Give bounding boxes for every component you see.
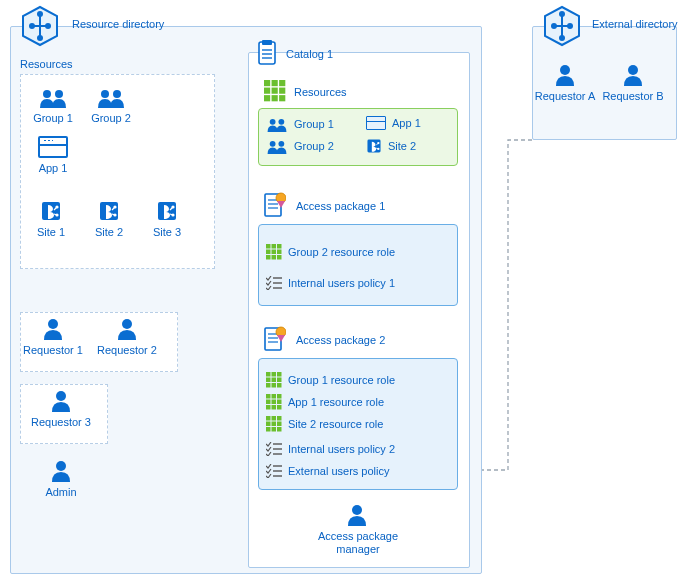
person-icon — [50, 390, 72, 412]
grid-icon — [266, 244, 282, 260]
resource-directory-title: Resource directory — [72, 18, 164, 30]
group-icon — [266, 116, 288, 132]
ap2-role3: Site 2 resource role — [266, 416, 383, 432]
ap2-policy1: Internal users policy 2 — [266, 442, 395, 456]
person-icon — [346, 504, 368, 526]
grid-icon — [266, 394, 282, 410]
app1-label: App 1 — [28, 162, 78, 174]
site-icon — [156, 200, 178, 222]
person-icon — [116, 318, 138, 340]
person-icon — [554, 64, 576, 86]
external-requestor-b: Requestor B — [602, 90, 664, 102]
access-package-icon — [262, 192, 284, 218]
site-icon — [40, 200, 62, 222]
site3-label: Site 3 — [144, 226, 190, 238]
directory-icon — [18, 4, 62, 48]
res-site2: Site 2 — [366, 138, 416, 154]
res-app1: App 1 — [366, 116, 421, 130]
resources-heading: Resources — [20, 58, 73, 70]
site-icon — [98, 200, 120, 222]
ap2-role2: App 1 resource role — [266, 394, 384, 410]
group-icon — [266, 138, 288, 154]
grid-icon — [266, 416, 282, 432]
ap2-title: Access package 2 — [296, 334, 385, 346]
group1-label: Group 1 — [28, 112, 78, 124]
site2-label: Site 2 — [86, 226, 132, 238]
admin-label: Admin — [30, 486, 92, 498]
external-directory-icon — [540, 4, 584, 48]
group2-label: Group 2 — [86, 112, 136, 124]
app-icon — [366, 116, 386, 130]
ap2-role1: Group 1 resource role — [266, 372, 395, 388]
access-package-manager-label: Access package manager — [308, 530, 408, 555]
external-directory-title: External directory — [592, 18, 678, 30]
person-icon — [42, 318, 64, 340]
resources-grid-icon — [264, 80, 286, 102]
catalog-icon — [256, 40, 278, 66]
catalog-title: Catalog 1 — [286, 48, 333, 60]
ap1-title: Access package 1 — [296, 200, 385, 212]
access-package1-box — [258, 224, 458, 306]
site-icon — [366, 138, 382, 154]
ap1-role1: Group 2 resource role — [266, 244, 395, 260]
catalog-resources-label: Resources — [294, 86, 347, 98]
grid-icon — [266, 372, 282, 388]
res-group2: Group 2 — [266, 138, 334, 154]
group-icon — [96, 86, 126, 108]
site1-label: Site 1 — [28, 226, 74, 238]
access-package-icon — [262, 326, 284, 352]
requestor1-label: Requestor 1 — [22, 344, 84, 356]
ap2-policy2: External users policy — [266, 464, 390, 478]
person-icon — [50, 460, 72, 482]
requestor2-label: Requestor 2 — [96, 344, 158, 356]
ap1-policy1: Internal users policy 1 — [266, 276, 395, 290]
policy-list-icon — [266, 442, 282, 456]
person-icon — [622, 64, 644, 86]
external-requestor-a: Requestor A — [534, 90, 596, 102]
policy-list-icon — [266, 276, 282, 290]
group-icon — [38, 86, 68, 108]
requestor3-label: Requestor 3 — [30, 416, 92, 428]
policy-list-icon — [266, 464, 282, 478]
app-icon — [38, 136, 68, 158]
res-group1: Group 1 — [266, 116, 334, 132]
